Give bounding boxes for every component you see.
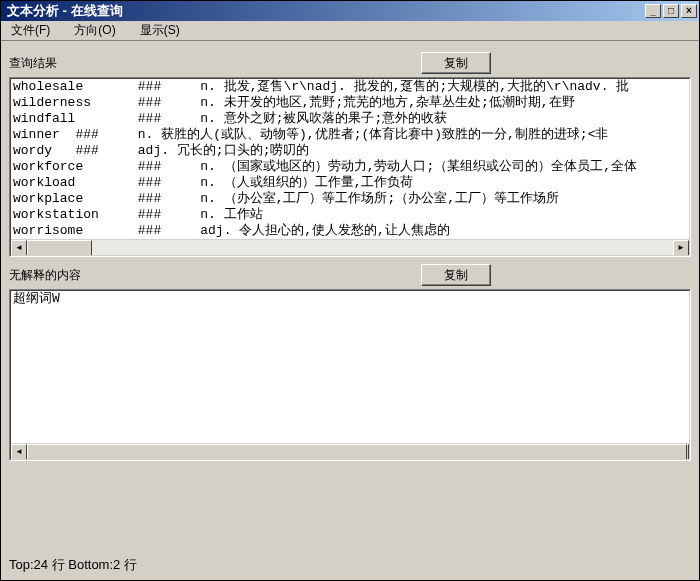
scroll-track[interactable] — [27, 240, 673, 255]
menu-file[interactable]: 文件(F) — [5, 20, 56, 41]
results-label: 查询结果 — [9, 55, 57, 72]
results-hscrollbar[interactable]: ◄ ► — [11, 239, 689, 255]
scroll-left-icon[interactable]: ◄ — [11, 240, 27, 256]
unexplained-label: 无解释的内容 — [9, 267, 81, 284]
unexplained-textbox[interactable]: 超纲词W ◄ ► — [9, 289, 691, 461]
copy-unexplained-button[interactable]: 复制 — [421, 264, 491, 286]
scroll-thumb[interactable] — [27, 444, 687, 460]
results-header: 查询结果 复制 — [9, 49, 691, 77]
minimize-button[interactable]: _ — [645, 4, 661, 18]
unexplained-content[interactable]: 超纲词W — [11, 291, 689, 443]
menu-direction[interactable]: 方向(O) — [68, 20, 121, 41]
scroll-track[interactable] — [27, 444, 673, 459]
status-bar: Top:24 行 Bottom:2 行 — [9, 556, 137, 574]
unexplained-header: 无解释的内容 复制 — [9, 261, 691, 289]
copy-results-button[interactable]: 复制 — [421, 52, 491, 74]
window-title: 文本分析 - 在线查询 — [3, 2, 645, 20]
window-controls: _ □ × — [645, 4, 697, 18]
menu-bar: 文件(F) 方向(O) 显示(S) — [1, 21, 699, 41]
close-button[interactable]: × — [681, 4, 697, 18]
menu-display[interactable]: 显示(S) — [134, 20, 186, 41]
client-area: 查询结果 复制 wholesale ### n. 批发,趸售\r\nadj. 批… — [1, 41, 699, 461]
maximize-button[interactable]: □ — [663, 4, 679, 18]
unexplained-hscrollbar[interactable]: ◄ ► — [11, 443, 689, 459]
results-textbox[interactable]: wholesale ### n. 批发,趸售\r\nadj. 批发的,趸售的;大… — [9, 77, 691, 257]
title-bar: 文本分析 - 在线查询 _ □ × — [1, 1, 699, 21]
scroll-right-icon[interactable]: ► — [673, 240, 689, 256]
scroll-thumb[interactable] — [27, 240, 92, 256]
scroll-left-icon[interactable]: ◄ — [11, 444, 27, 460]
results-content[interactable]: wholesale ### n. 批发,趸售\r\nadj. 批发的,趸售的;大… — [11, 79, 689, 239]
